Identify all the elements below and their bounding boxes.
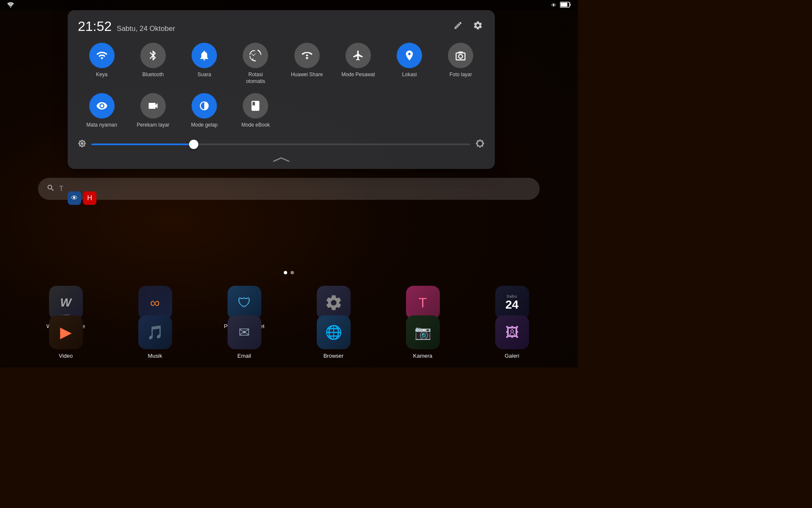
brightness-low-icon — [78, 139, 86, 150]
search-placeholder: T — [59, 185, 63, 193]
dock-kamera[interactable]: 📷 Kamera — [382, 315, 463, 359]
svg-rect-3 — [561, 3, 568, 6]
dock-icon-video: ▶ — [49, 315, 83, 349]
app-dock-mini: 👁 H — [68, 191, 96, 205]
toggle-circle-lokasi — [397, 43, 422, 68]
dock-icon-browser: 🌐 — [317, 315, 351, 349]
mini-app-2[interactable]: H — [83, 191, 96, 205]
edit-button[interactable] — [452, 19, 464, 34]
svg-point-4 — [306, 55, 308, 57]
notification-panel: 21:52 Sabtu, 24 Oktober — [68, 10, 495, 169]
bottom-dock: ▶ Video 🎵 Musik ✉ Email 🌐 Browser 📷 Kame… — [25, 315, 552, 359]
battery-icon — [560, 2, 571, 9]
dock-icon-kamera: 📷 — [406, 315, 440, 349]
toggle-lokasi[interactable]: Lokasi — [386, 43, 433, 85]
toggle-keya[interactable]: Keya — [78, 43, 126, 85]
dock-icon-email: ✉ — [228, 315, 261, 349]
wifi-icon — [7, 2, 14, 9]
toggle-mode-ebook[interactable]: Mode eBook — [232, 93, 280, 129]
toggle-mode-gelap[interactable]: Mode gelap — [181, 93, 228, 129]
panel-time: 21:52 — [78, 19, 112, 34]
toggle-label-pesawat: Mode Pesawat — [341, 72, 375, 78]
toggle-huawei-share[interactable]: Huawei Share — [283, 43, 331, 85]
toggle-circle-foto-layar — [448, 43, 473, 68]
pull-handle[interactable] — [78, 157, 485, 162]
toggle-circle-pesawat — [346, 43, 371, 68]
status-left — [7, 2, 14, 9]
page-dot-1[interactable] — [284, 271, 287, 274]
toggle-foto-layar[interactable]: Foto layar — [437, 43, 485, 85]
search-icon — [47, 184, 55, 194]
toggle-label-rotasi: Rotasiotomatis — [246, 72, 265, 85]
dock-icon-galeri: 🖼 — [495, 315, 529, 349]
panel-header: 21:52 Sabtu, 24 Oktober — [78, 19, 485, 34]
toggle-bluetooth[interactable]: Bluetooth — [129, 43, 177, 85]
quick-toggles-row1: Keya Bluetooth Suara — [78, 43, 485, 85]
brightness-fill — [91, 144, 194, 145]
toggle-label-perekam-layar: Perekam layar — [137, 122, 169, 129]
dock-email[interactable]: ✉ Email — [204, 315, 285, 359]
toggle-label-bluetooth: Bluetooth — [143, 72, 164, 78]
dock-icon-musik: 🎵 — [138, 315, 172, 349]
panel-actions — [452, 19, 485, 34]
toggle-label-foto-layar: Foto layar — [450, 72, 472, 78]
toggle-circle-suara — [192, 43, 217, 68]
toggle-label-huawei-share: Huawei Share — [291, 72, 323, 78]
toggle-circle-bluetooth — [140, 43, 166, 68]
toggle-circle-mode-ebook — [243, 93, 268, 119]
toggle-mode-pesawat[interactable]: Mode Pesawat — [334, 43, 382, 85]
toggle-circle-rotasi — [243, 43, 268, 68]
toggle-suara[interactable]: Suara — [181, 43, 228, 85]
dock-label-kamera: Kamera — [413, 353, 433, 359]
dock-label-galeri: Galeri — [505, 353, 519, 359]
status-right: 👁 — [551, 2, 571, 9]
app-icon-wps: W LITE — [49, 286, 83, 320]
brightness-row — [78, 139, 485, 150]
toggle-mata-nyaman[interactable]: Mata nyaman — [78, 93, 126, 129]
status-bar: 👁 — [0, 0, 578, 10]
search-bar[interactable]: T — [38, 178, 540, 200]
page-dots — [284, 271, 294, 274]
toggle-circle-mata-nyaman — [89, 93, 115, 119]
toggle-circle-keya — [89, 43, 115, 68]
toggle-label-suara: Suara — [198, 72, 211, 78]
brightness-thumb[interactable] — [189, 140, 198, 149]
toggle-circle-perekam-layar — [140, 93, 166, 119]
eye-status-icon: 👁 — [551, 2, 557, 8]
toggle-label-mata-nyaman: Mata nyaman — [86, 122, 117, 129]
mini-app-1[interactable]: 👁 — [68, 191, 81, 205]
quick-toggles-row2: Mata nyaman Perekam layar Mode gelap — [78, 93, 485, 129]
app-icon-tema: T — [406, 286, 440, 320]
toggle-label-lokasi: Lokasi — [402, 72, 417, 78]
dock-label-browser: Browser — [324, 353, 344, 359]
toggle-perekam-layar[interactable]: Perekam layar — [129, 93, 177, 129]
svg-rect-2 — [570, 3, 571, 6]
app-icon-settings — [317, 286, 351, 320]
brightness-track[interactable] — [91, 144, 470, 145]
page-dot-2[interactable] — [291, 271, 294, 274]
dock-musik[interactable]: 🎵 Musik — [115, 315, 195, 359]
toggle-label-mode-ebook: Mode eBook — [241, 122, 270, 129]
toggle-circle-huawei-share — [294, 43, 320, 68]
panel-date: Sabtu, 24 Oktober — [117, 25, 175, 33]
dock-browser[interactable]: 🌐 Browser — [293, 315, 374, 359]
svg-point-0 — [10, 6, 11, 7]
dock-video[interactable]: ▶ Video — [25, 315, 106, 359]
app-icon-appgallery: ∞ — [138, 286, 172, 320]
app-icon-tablet: 🛡 — [228, 286, 261, 320]
settings-button[interactable] — [471, 19, 485, 34]
dock-label-video: Video — [59, 353, 73, 359]
toggle-rotasi[interactable]: Rotasiotomatis — [232, 43, 280, 85]
toggle-label-keya: Keya — [96, 72, 107, 78]
dock-label-musik: Musik — [148, 353, 162, 359]
datetime-display: 21:52 Sabtu, 24 Oktober — [78, 19, 175, 34]
dock-galeri[interactable]: 🖼 Galeri — [472, 315, 552, 359]
app-icon-kalender: Sabu 24 — [495, 286, 529, 320]
dock-label-email: Email — [237, 353, 251, 359]
toggle-circle-mode-gelap — [192, 93, 217, 119]
toggle-label-mode-gelap: Mode gelap — [191, 122, 218, 129]
brightness-high-icon — [475, 139, 485, 150]
